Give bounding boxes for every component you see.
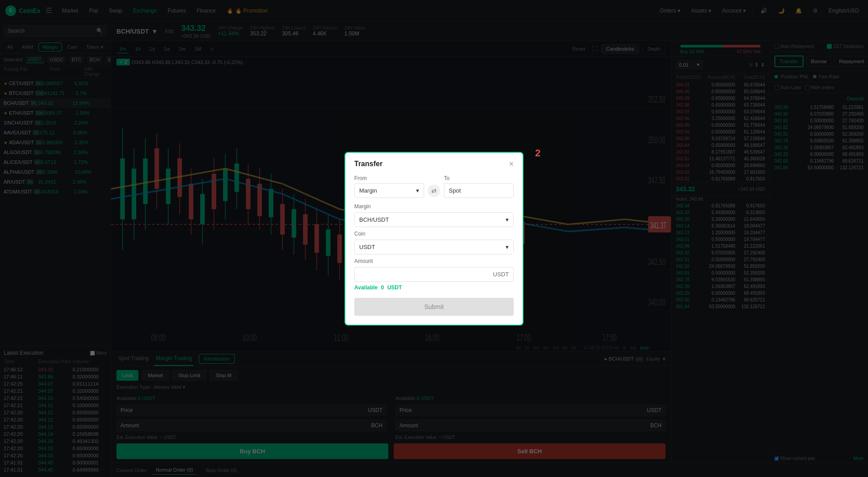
from-label: From: [354, 175, 424, 181]
modal-header: Transfer ×: [345, 153, 523, 172]
amount-input[interactable]: [359, 267, 493, 281]
chevron-down-icon: ▾: [416, 187, 419, 194]
chevron-down-icon: ▾: [506, 216, 509, 223]
to-label: To: [444, 175, 514, 181]
margin-pair-selector[interactable]: BCH/USDT ▾: [355, 213, 513, 227]
from-selector[interactable]: Margin ▾: [354, 183, 424, 198]
submit-button[interactable]: Submit: [354, 298, 514, 316]
swap-button[interactable]: ⇄: [428, 185, 440, 197]
modal-title: Transfer: [354, 160, 382, 168]
step-2-badge: 2: [535, 147, 541, 159]
chevron-down-icon: ▾: [506, 244, 509, 250]
amount-unit: USDT: [493, 271, 509, 278]
coin-section-label: Coin: [354, 231, 514, 237]
coin-selector[interactable]: USDT ▾: [355, 240, 513, 254]
transfer-modal: Transfer × 2 From Margin ▾ ⇄ To Spot: [344, 152, 524, 326]
margin-section-label: Margin: [354, 203, 514, 210]
available-info: Available 0 USDT: [354, 284, 514, 291]
modal-overlay[interactable]: Transfer × 2 From Margin ▾ ⇄ To Spot: [0, 0, 868, 477]
modal-close-button[interactable]: ×: [509, 160, 514, 168]
to-selector[interactable]: Spot: [444, 183, 514, 198]
amount-section-label: Amount: [354, 258, 514, 264]
